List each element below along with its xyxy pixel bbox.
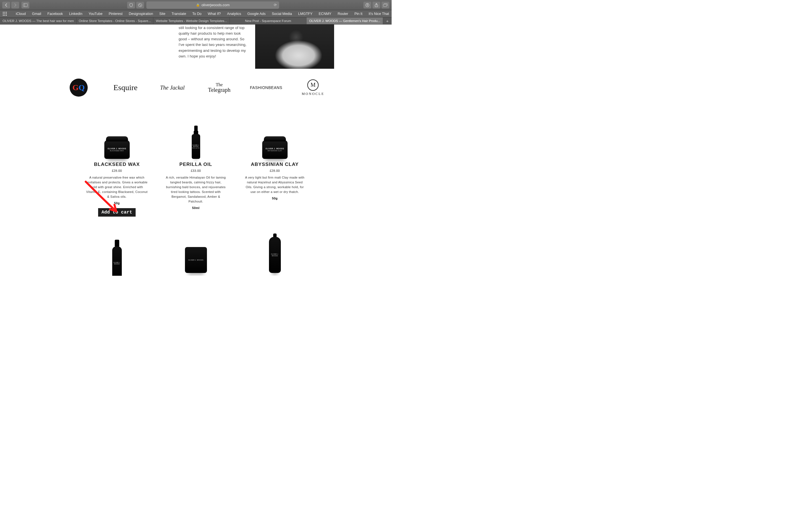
press-esquire: Esquire xyxy=(105,78,146,97)
favorite-link[interactable]: Pin It xyxy=(354,12,363,16)
browser-toolbar: 🔒 oliverjwoods.com ⟳ xyxy=(0,0,392,10)
svg-rect-15 xyxy=(4,15,5,16)
press-fashionbeans: FASHIONBEANS xyxy=(245,78,287,97)
svg-rect-12 xyxy=(4,13,5,14)
svg-line-3 xyxy=(139,4,141,6)
page-content: still looking for a consistent range of … xyxy=(0,24,392,276)
lock-icon: 🔒 xyxy=(196,3,200,7)
share-button[interactable] xyxy=(372,2,380,8)
back-button[interactable] xyxy=(2,2,10,8)
svg-rect-8 xyxy=(3,12,4,13)
product-title: PERILLA OIL xyxy=(162,162,230,167)
press-telegraph: TheTelegraph xyxy=(198,78,240,97)
tab-bar: OLIVER J. WOODS — The best hair wax for … xyxy=(0,17,392,24)
sidebar-toggle-button[interactable] xyxy=(21,2,29,8)
press-monocle: MMONOCLE xyxy=(292,78,334,97)
product-image: OLIVER J. WOODS xyxy=(112,240,122,273)
favorite-link[interactable]: Router xyxy=(338,12,348,16)
product-image: OLIVER J. WOODSPERILLA OIL xyxy=(192,126,200,159)
new-tab-button[interactable]: + xyxy=(383,17,392,24)
svg-rect-0 xyxy=(23,3,28,6)
product-candle[interactable]: OLIVER J. WOODS xyxy=(162,225,230,276)
press-jackal: The Jackal xyxy=(151,78,193,97)
favorite-link[interactable]: ECNMY xyxy=(319,12,331,16)
favorite-link[interactable]: iCloud xyxy=(16,12,26,16)
svg-rect-10 xyxy=(6,12,7,13)
favorite-link[interactable]: YouTube xyxy=(89,12,102,16)
favorite-link[interactable]: Facebook xyxy=(47,12,63,16)
favorite-link[interactable]: Designspiration xyxy=(129,12,153,16)
svg-rect-11 xyxy=(3,13,4,14)
svg-rect-14 xyxy=(3,15,4,16)
product-description: A very light but firm matt Clay made wit… xyxy=(241,175,309,194)
browser-tab[interactable]: OLIVER J. WOODS — The best hair wax for … xyxy=(0,17,77,24)
intro-photo xyxy=(255,24,334,69)
favorite-link[interactable]: It's Nice That xyxy=(368,12,389,16)
svg-rect-9 xyxy=(4,12,5,13)
favorite-link[interactable]: LMGTFY xyxy=(298,12,313,16)
favorite-link[interactable]: To Do xyxy=(192,12,202,16)
favorite-link[interactable]: Site xyxy=(159,12,165,16)
product-image: OLIVER J. WOODS xyxy=(269,233,281,273)
product-price: £28.00 xyxy=(241,169,309,172)
forward-button[interactable] xyxy=(11,2,19,8)
favorite-link[interactable]: Social Media xyxy=(272,12,292,16)
favorite-link[interactable]: Gmail xyxy=(32,12,41,16)
favorite-link[interactable]: Google Ads xyxy=(247,12,266,16)
favorite-link[interactable]: What If? xyxy=(208,12,221,16)
press-gq: GQ xyxy=(58,78,100,97)
product-image: OLIVER J. WOODSBLACKSEED WAX xyxy=(104,140,130,159)
intro-paragraph: still looking for a consistent range of … xyxy=(179,24,250,69)
favorites-bar: iCloudGmailFacebookLinkedInYouTubePinter… xyxy=(0,10,392,17)
downloads-button[interactable] xyxy=(363,2,371,8)
products-grid-row-2: OLIVER J. WOODS OLIVER J. WOODS OLIVER J… xyxy=(80,225,312,276)
product-shampoo[interactable]: OLIVER J. WOODS xyxy=(241,225,309,276)
product-title: BLACKSEED WAX xyxy=(83,162,151,167)
product-image: OLIVER J. WOODS xyxy=(185,247,207,273)
browser-tab[interactable]: New Post - Squarespace Forum xyxy=(230,17,306,24)
product-size: 50g xyxy=(241,196,309,200)
apps-grid-icon[interactable] xyxy=(3,12,7,16)
product-abyssinian-clay[interactable]: OLIVER J. WOODSABYSSINIAN CLAY ABYSSINIA… xyxy=(241,117,309,217)
product-title: ABYSSINIAN CLAY xyxy=(241,162,309,167)
product-blackseed-wax[interactable]: OLIVER J. WOODSBLACKSEED WAX BLACKSEED W… xyxy=(83,117,151,217)
press-logos-row: GQ Esquire The Jackal TheTelegraph FASHI… xyxy=(58,76,334,105)
browser-tab[interactable]: OLIVER J. WOODS — Gentlemen's Hair Produ… xyxy=(306,17,383,24)
product-description: A rich, versatile Himalayan Oil for tami… xyxy=(162,175,230,204)
tabs-button[interactable] xyxy=(382,2,389,8)
add-to-cart-button[interactable]: Add to cart xyxy=(98,208,136,217)
product-price: £33.00 xyxy=(162,169,230,172)
product-salt-spray[interactable]: OLIVER J. WOODS xyxy=(83,225,151,276)
product-size: 50g xyxy=(83,202,151,205)
reload-button[interactable]: ⟳ xyxy=(274,3,277,7)
svg-rect-13 xyxy=(6,13,7,14)
favorite-link[interactable]: LinkedIn xyxy=(69,12,82,16)
product-description: A natural preservative-free wax which re… xyxy=(83,175,151,199)
product-perilla-oil[interactable]: OLIVER J. WOODSPERILLA OIL PERILLA OIL £… xyxy=(162,117,230,217)
svg-rect-16 xyxy=(6,15,7,16)
address-bar[interactable]: 🔒 oliverjwoods.com ⟳ xyxy=(146,1,279,9)
product-image: OLIVER J. WOODSABYSSINIAN CLAY xyxy=(262,140,288,159)
privacy-report-button[interactable] xyxy=(127,2,135,8)
product-size: 50ml xyxy=(162,206,230,210)
browser-tab[interactable]: Online Store Templates - Online Stores -… xyxy=(77,17,153,24)
products-grid: OLIVER J. WOODSBLACKSEED WAX BLACKSEED W… xyxy=(80,117,312,217)
favorite-link[interactable]: Analytics xyxy=(227,12,241,16)
product-price: £28.00 xyxy=(83,169,151,172)
extensions-button[interactable] xyxy=(136,2,144,8)
favorite-link[interactable]: Translate xyxy=(171,12,186,16)
favorite-link[interactable]: Pinterest xyxy=(109,12,122,16)
browser-tab[interactable]: Website Templates - Website Design Templ… xyxy=(153,17,230,24)
svg-rect-7 xyxy=(383,4,387,6)
url-text: oliverjwoods.com xyxy=(202,3,230,7)
